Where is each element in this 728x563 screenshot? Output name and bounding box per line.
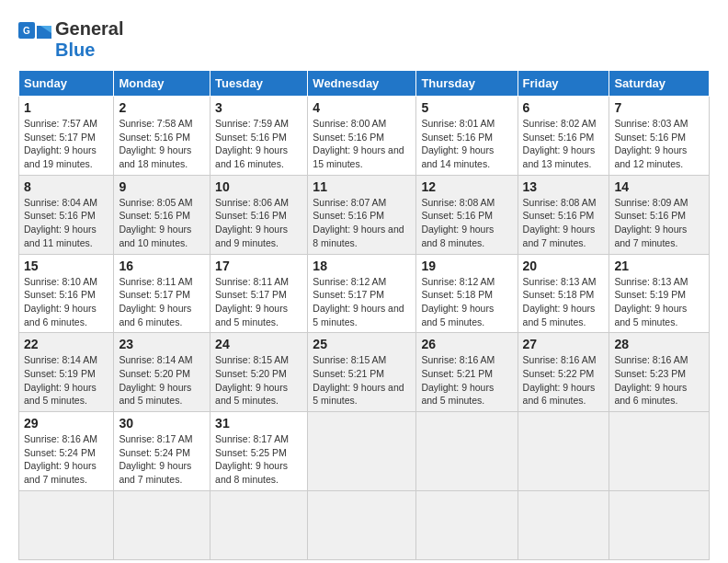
day-info: Sunrise: 8:13 AM Sunset: 5:19 PM Dayligh… (614, 276, 688, 327)
day-info: Sunrise: 8:10 AM Sunset: 5:16 PM Dayligh… (24, 276, 97, 327)
day-number: 13 (523, 179, 605, 194)
calendar-cell: 24 Sunrise: 8:15 AM Sunset: 5:20 PM Dayl… (210, 333, 308, 412)
day-info: Sunrise: 8:16 AM Sunset: 5:24 PM Dayligh… (24, 433, 97, 485)
col-friday: Friday (518, 71, 609, 97)
day-number: 15 (24, 259, 108, 273)
day-info: Sunrise: 8:02 AM Sunset: 5:16 PM Dayligh… (523, 118, 597, 169)
calendar-cell: 31 Sunrise: 8:17 AM Sunset: 5:25 PM Dayl… (210, 412, 308, 491)
day-info: Sunrise: 8:06 AM Sunset: 5:16 PM Dayligh… (215, 197, 289, 248)
page-header: G General Blue (18, 18, 710, 61)
day-number: 26 (421, 337, 512, 351)
day-number: 6 (523, 100, 605, 115)
calendar-cell: 14 Sunrise: 8:09 AM Sunset: 5:16 PM Dayl… (609, 175, 710, 254)
day-info: Sunrise: 8:11 AM Sunset: 5:17 PM Dayligh… (119, 276, 192, 327)
day-info: Sunrise: 8:05 AM Sunset: 5:16 PM Dayligh… (119, 197, 192, 248)
day-info: Sunrise: 7:57 AM Sunset: 5:17 PM Dayligh… (24, 118, 97, 169)
day-number: 5 (421, 100, 512, 115)
calendar-cell: 29 Sunrise: 8:16 AM Sunset: 5:24 PM Dayl… (19, 412, 114, 491)
day-info: Sunrise: 8:01 AM Sunset: 5:16 PM Dayligh… (421, 118, 495, 169)
day-info: Sunrise: 8:16 AM Sunset: 5:23 PM Dayligh… (614, 354, 688, 406)
calendar-cell (609, 412, 710, 491)
day-number: 7 (614, 100, 704, 115)
day-number: 17 (215, 259, 302, 273)
day-info: Sunrise: 8:16 AM Sunset: 5:22 PM Dayligh… (523, 354, 597, 406)
calendar-cell: 19 Sunrise: 8:12 AM Sunset: 5:18 PM Dayl… (416, 254, 518, 333)
day-info: Sunrise: 8:07 AM Sunset: 5:16 PM Dayligh… (313, 197, 404, 248)
day-number: 1 (24, 100, 108, 115)
calendar-cell: 21 Sunrise: 8:13 AM Sunset: 5:19 PM Dayl… (609, 254, 710, 333)
day-number: 4 (313, 100, 411, 115)
col-tuesday: Tuesday (210, 71, 308, 97)
day-number: 2 (119, 100, 205, 115)
col-sunday: Sunday (19, 71, 114, 97)
calendar-cell: 30 Sunrise: 8:17 AM Sunset: 5:24 PM Dayl… (114, 412, 210, 491)
day-number: 3 (215, 100, 302, 115)
day-info: Sunrise: 8:15 AM Sunset: 5:21 PM Dayligh… (313, 354, 404, 406)
day-info: Sunrise: 8:09 AM Sunset: 5:16 PM Dayligh… (614, 197, 688, 248)
day-number: 8 (24, 179, 108, 194)
day-number: 30 (119, 416, 205, 431)
col-saturday: Saturday (609, 71, 710, 97)
calendar-cell: 18 Sunrise: 8:12 AM Sunset: 5:17 PM Dayl… (308, 254, 416, 333)
day-number: 12 (421, 179, 512, 194)
day-number: 16 (119, 259, 205, 273)
day-info: Sunrise: 8:17 AM Sunset: 5:25 PM Dayligh… (215, 433, 289, 485)
day-info: Sunrise: 8:08 AM Sunset: 5:16 PM Dayligh… (523, 197, 597, 248)
day-number: 10 (215, 179, 302, 194)
calendar-cell: 9 Sunrise: 8:05 AM Sunset: 5:16 PM Dayli… (114, 175, 210, 254)
calendar-cell (518, 412, 609, 491)
day-info: Sunrise: 8:12 AM Sunset: 5:17 PM Dayligh… (313, 276, 404, 327)
calendar-cell: 15 Sunrise: 8:10 AM Sunset: 5:16 PM Dayl… (19, 254, 114, 333)
calendar-row (19, 490, 710, 559)
svg-text:G: G (23, 26, 30, 36)
day-info: Sunrise: 8:15 AM Sunset: 5:20 PM Dayligh… (215, 354, 289, 406)
calendar-cell: 27 Sunrise: 8:16 AM Sunset: 5:22 PM Dayl… (518, 333, 609, 412)
day-number: 27 (523, 337, 605, 351)
day-number: 9 (119, 179, 205, 194)
calendar-cell: 2 Sunrise: 7:58 AM Sunset: 5:16 PM Dayli… (114, 97, 210, 176)
calendar-cell: 26 Sunrise: 8:16 AM Sunset: 5:21 PM Dayl… (416, 333, 518, 412)
day-number: 25 (313, 337, 411, 351)
calendar-cell: 5 Sunrise: 8:01 AM Sunset: 5:16 PM Dayli… (416, 97, 518, 176)
day-number: 18 (313, 259, 411, 273)
calendar-cell: 1 Sunrise: 7:57 AM Sunset: 5:17 PM Dayli… (19, 97, 114, 176)
calendar-row: 8 Sunrise: 8:04 AM Sunset: 5:16 PM Dayli… (19, 175, 710, 254)
day-number: 31 (215, 416, 302, 431)
calendar-cell: 12 Sunrise: 8:08 AM Sunset: 5:16 PM Dayl… (416, 175, 518, 254)
calendar-cell (416, 412, 518, 491)
calendar-cell: 11 Sunrise: 8:07 AM Sunset: 5:16 PM Dayl… (308, 175, 416, 254)
calendar-cell: 22 Sunrise: 8:14 AM Sunset: 5:19 PM Dayl… (19, 333, 114, 412)
day-info: Sunrise: 8:11 AM Sunset: 5:17 PM Dayligh… (215, 276, 289, 327)
calendar-cell (308, 490, 416, 559)
day-number: 28 (614, 337, 704, 351)
calendar-cell: 3 Sunrise: 7:59 AM Sunset: 5:16 PM Dayli… (210, 97, 308, 176)
calendar-row: 22 Sunrise: 8:14 AM Sunset: 5:19 PM Dayl… (19, 333, 710, 412)
logo-blue: Blue (55, 40, 95, 60)
day-info: Sunrise: 8:14 AM Sunset: 5:19 PM Dayligh… (24, 354, 97, 406)
day-info: Sunrise: 8:14 AM Sunset: 5:20 PM Dayligh… (119, 354, 192, 406)
calendar-cell (308, 412, 416, 491)
calendar-table: Sunday Monday Tuesday Wednesday Thursday… (18, 70, 710, 560)
day-info: Sunrise: 7:59 AM Sunset: 5:16 PM Dayligh… (215, 118, 289, 169)
day-info: Sunrise: 8:00 AM Sunset: 5:16 PM Dayligh… (313, 118, 404, 169)
calendar-cell: 20 Sunrise: 8:13 AM Sunset: 5:18 PM Dayl… (518, 254, 609, 333)
day-number: 29 (24, 416, 108, 431)
col-wednesday: Wednesday (308, 71, 416, 97)
logo: G General Blue (18, 18, 123, 61)
day-info: Sunrise: 8:12 AM Sunset: 5:18 PM Dayligh… (421, 276, 495, 327)
calendar-cell (114, 490, 210, 559)
calendar-cell: 6 Sunrise: 8:02 AM Sunset: 5:16 PM Dayli… (518, 97, 609, 176)
calendar-row: 1 Sunrise: 7:57 AM Sunset: 5:17 PM Dayli… (19, 97, 710, 176)
logo-general: General (55, 18, 123, 39)
calendar-cell: 23 Sunrise: 8:14 AM Sunset: 5:20 PM Dayl… (114, 333, 210, 412)
day-info: Sunrise: 8:08 AM Sunset: 5:16 PM Dayligh… (421, 197, 495, 248)
col-thursday: Thursday (416, 71, 518, 97)
day-number: 14 (614, 179, 704, 194)
col-monday: Monday (114, 71, 210, 97)
calendar-cell: 4 Sunrise: 8:00 AM Sunset: 5:16 PM Dayli… (308, 97, 416, 176)
day-number: 19 (421, 259, 512, 273)
day-info: Sunrise: 8:16 AM Sunset: 5:21 PM Dayligh… (421, 354, 495, 406)
day-info: Sunrise: 8:17 AM Sunset: 5:24 PM Dayligh… (119, 433, 192, 485)
day-number: 23 (119, 337, 205, 351)
calendar-cell (609, 490, 710, 559)
